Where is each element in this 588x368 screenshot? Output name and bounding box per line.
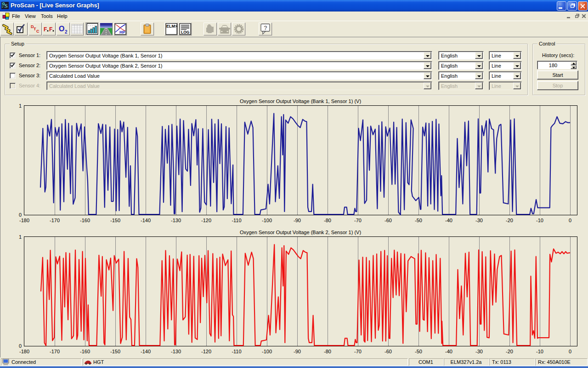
svg-text:C: C — [36, 29, 40, 34]
svg-text:?: ? — [264, 24, 267, 31]
svg-text:F: F — [49, 26, 52, 33]
svg-text:LOG: LOG — [181, 30, 190, 34]
svg-text:F: F — [44, 26, 47, 33]
svg-text:S: S — [4, 2, 7, 9]
svg-text:O: O — [59, 25, 64, 33]
svg-text:2: 2 — [65, 29, 68, 34]
svg-text:ELM>: ELM> — [166, 24, 177, 29]
svg-text:HP: HP — [119, 30, 125, 34]
